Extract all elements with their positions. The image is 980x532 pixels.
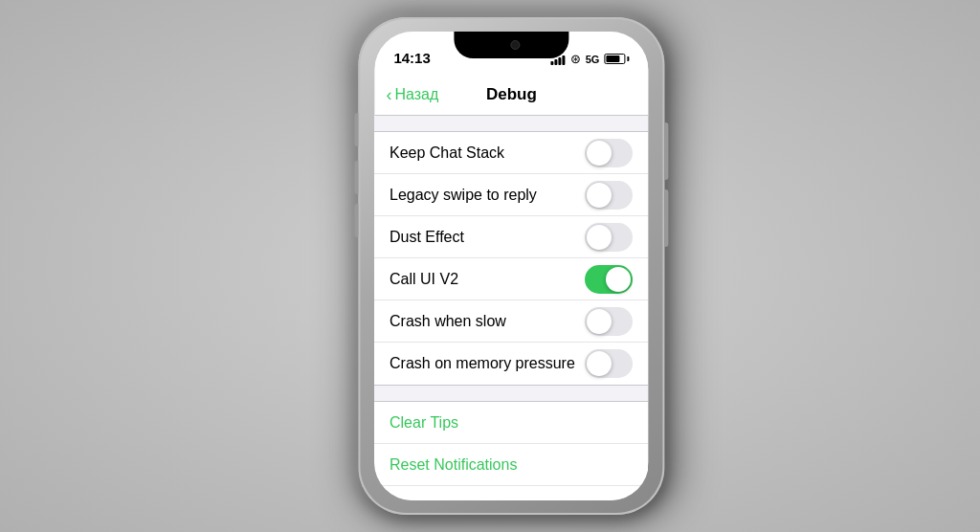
keep-chat-stack-thumb: [587, 141, 612, 166]
call-ui-toggle[interactable]: [585, 265, 633, 294]
page-title: Debug: [486, 85, 537, 104]
call-ui-track: [585, 265, 633, 294]
toggle-row-crash-memory[interactable]: Crash on memory pressure: [374, 343, 648, 385]
dust-effect-thumb: [587, 225, 612, 250]
battery-icon: [604, 54, 629, 64]
content-area: Keep Chat Stack Legacy swipe to reply: [374, 116, 648, 500]
battery-body: [604, 54, 625, 64]
action-group: Clear Tips Reset Notifications Crash: [374, 401, 648, 500]
signal-bar-4: [563, 55, 566, 65]
status-time: 14:13: [393, 50, 430, 68]
crash-slow-thumb: [587, 309, 612, 334]
clear-tips-label: Clear Tips: [390, 414, 458, 432]
status-icons: ⊛ 5G: [551, 52, 630, 68]
notch: [454, 32, 568, 58]
nav-bar: ‹ Назад Debug: [374, 74, 648, 116]
action-crash[interactable]: Crash: [374, 486, 648, 500]
keep-chat-stack-track: [585, 139, 633, 167]
toggle-row-call-ui[interactable]: Call UI V2: [374, 258, 648, 300]
keep-chat-stack-toggle[interactable]: [585, 139, 633, 167]
legacy-swipe-label: Legacy swipe to reply: [390, 187, 537, 204]
call-ui-thumb: [606, 267, 631, 292]
crash-slow-label: Crash when slow: [390, 313, 506, 330]
front-camera: [510, 40, 520, 50]
legacy-swipe-thumb: [587, 183, 612, 208]
crash-slow-track: [585, 307, 633, 336]
action-reset-notifications[interactable]: Reset Notifications: [374, 444, 648, 486]
wifi-icon: ⊛: [570, 52, 581, 66]
call-ui-label: Call UI V2: [390, 271, 458, 288]
back-label: Назад: [394, 86, 438, 103]
legacy-swipe-track: [585, 181, 633, 210]
crash-memory-track: [585, 349, 633, 378]
nav-back-button[interactable]: ‹ Назад: [386, 86, 438, 103]
signal-bar-2: [555, 59, 558, 65]
battery-tip: [627, 56, 629, 61]
toggle-row-crash-slow[interactable]: Crash when slow: [374, 300, 648, 343]
crash-slow-toggle[interactable]: [585, 307, 633, 336]
toggle-row-legacy-swipe[interactable]: Legacy swipe to reply: [374, 174, 648, 216]
toggle-row-keep-chat-stack[interactable]: Keep Chat Stack: [374, 132, 648, 174]
battery-fill: [606, 55, 619, 62]
toggle-settings-group: Keep Chat Stack Legacy swipe to reply: [374, 131, 648, 386]
action-clear-tips[interactable]: Clear Tips: [374, 402, 648, 444]
phone-screen: 14:13 ⊛ 5G: [374, 32, 648, 500]
crash-label: Crash: [390, 499, 431, 500]
keep-chat-stack-label: Keep Chat Stack: [390, 144, 504, 162]
back-chevron-icon: ‹: [386, 86, 391, 103]
signal-bar-3: [559, 57, 562, 65]
toggle-row-dust-effect[interactable]: Dust Effect: [374, 216, 648, 258]
phone-outer: 14:13 ⊛ 5G: [358, 17, 664, 515]
signal-bar-1: [551, 61, 554, 65]
reset-notifications-label: Reset Notifications: [390, 456, 517, 474]
dust-effect-label: Dust Effect: [390, 229, 464, 246]
crash-memory-toggle[interactable]: [585, 349, 633, 378]
dust-effect-track: [585, 223, 633, 252]
dust-effect-toggle[interactable]: [585, 223, 633, 252]
5g-label: 5G: [586, 54, 600, 65]
crash-memory-thumb: [587, 351, 612, 376]
legacy-swipe-toggle[interactable]: [585, 181, 633, 210]
scene: 14:13 ⊛ 5G: [0, 0, 980, 532]
crash-memory-label: Crash on memory pressure: [390, 355, 575, 372]
